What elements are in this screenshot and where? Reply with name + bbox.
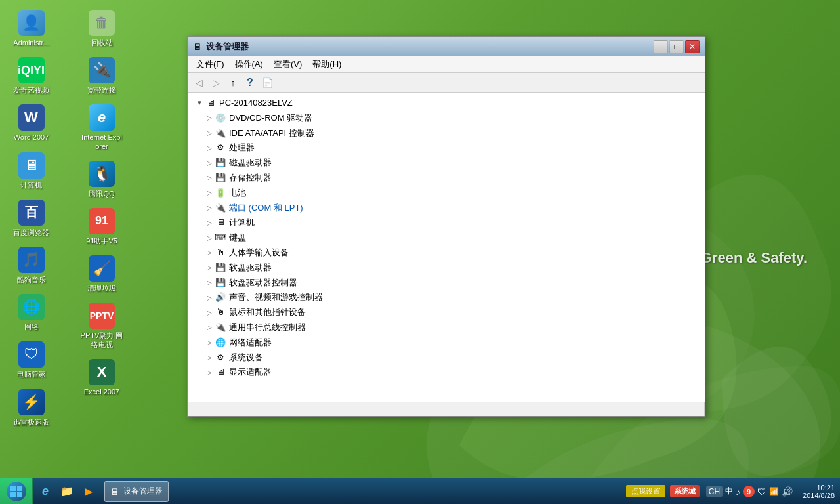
taskbar: e 📁 ▶ 🖥 设备管理器 点我设置 系统城 CH 中 ♪ 9 🛡 xyxy=(0,478,840,504)
sysdev-expand-icon: ▷ xyxy=(204,352,215,363)
tree-item-mouse[interactable]: ▷ 🖱 鼠标和其他指针设备 xyxy=(204,305,702,320)
tree-root-item[interactable]: ▼ 🖥 PC-20140823ELVZ xyxy=(194,96,702,111)
battery-expand-icon: ▷ xyxy=(204,188,215,198)
menu-view[interactable]: 查看(V) xyxy=(268,57,307,72)
system-clock[interactable]: 10:21 2014/8/28 xyxy=(797,484,840,499)
usb-label: 通用串行总线控制器 xyxy=(229,321,306,335)
notify-icon[interactable]: 9 xyxy=(743,486,755,497)
iqiyi-label: 爱奇艺视频 xyxy=(13,86,49,94)
usb-icon: 🔌 xyxy=(215,322,226,333)
cpu-expand-icon: ▷ xyxy=(204,143,215,154)
pptv-label: PPTV聚力 网络电视 xyxy=(81,331,123,348)
help-button[interactable]: ? xyxy=(242,75,258,91)
desktop-icon-thunder[interactable]: ⚡ 迅雷极速版 xyxy=(7,386,56,430)
taskbar-item-devmgr[interactable]: 🖥 设备管理器 xyxy=(104,481,169,502)
tree-item-sysdev[interactable]: ▷ ⚙ 系统设备 xyxy=(204,350,702,366)
tree-item-hid[interactable]: ▷ 🖱 人体学输入设备 xyxy=(204,245,702,261)
ide-label: IDE ATA/ATAPI 控制器 xyxy=(229,127,314,140)
computer2-label: 计算机 xyxy=(229,216,255,230)
desktop-icon-broadband[interactable]: 🔌 宽带连接 xyxy=(77,54,127,98)
floppy-ctrl-icon: 💾 xyxy=(215,277,226,289)
desktop-icon-excel[interactable]: X Excel 2007 xyxy=(77,356,127,400)
start-button[interactable] xyxy=(0,478,33,504)
tree-item-dvd[interactable]: ▷ 💿 DVD/CD-ROM 驱动器 xyxy=(204,111,702,126)
display-expand-icon: ▷ xyxy=(204,368,215,378)
tree-item-disk[interactable]: ▷ 💾 磁盘驱动器 xyxy=(204,156,702,171)
desktop-icon-qq[interactable]: 🐧 腾讯QQ xyxy=(77,158,127,201)
network-adapt-expand-icon: ▷ xyxy=(204,337,215,348)
security-icon: 🛡 xyxy=(757,486,766,497)
word-label: Word 2007 xyxy=(14,133,49,142)
up-button[interactable]: ↑ xyxy=(225,75,241,91)
quick-ie[interactable]: e xyxy=(36,482,54,501)
ime-mode-indicator[interactable]: 中 xyxy=(725,486,733,497)
dvd-icon: 💿 xyxy=(215,112,226,124)
excel-label: Excel 2007 xyxy=(84,388,119,396)
mouse-label: 鼠标和其他指针设备 xyxy=(229,306,306,320)
hid-icon: 🖱 xyxy=(215,247,226,259)
settings-promo-button[interactable]: 点我设置 xyxy=(626,485,665,497)
tree-item-battery[interactable]: ▷ 🔋 电池 xyxy=(204,186,702,201)
audio-label: 声音、视频和游戏控制器 xyxy=(229,291,323,304)
minimize-button[interactable]: ─ xyxy=(654,40,668,53)
tree-item-network[interactable]: ▷ 🌐 网络适配器 xyxy=(204,335,702,350)
desktop-icon-kugou[interactable]: 🎵 酷狗音乐 xyxy=(7,243,56,287)
hid-label: 人体学输入设备 xyxy=(229,246,289,260)
forward-button[interactable]: ▷ xyxy=(208,75,224,91)
storage-expand-icon: ▷ xyxy=(204,173,215,183)
tree-item-port[interactable]: ▷ 🔌 端口 (COM 和 LPT) xyxy=(204,201,702,216)
desktop-icon-pcmgr[interactable]: 🛡 电脑管家 xyxy=(7,338,56,382)
tree-item-audio[interactable]: ▷ 🔊 声音、视频和游戏控制器 xyxy=(204,290,702,305)
tree-item-ide[interactable]: ▷ 🔌 IDE ATA/ATAPI 控制器 xyxy=(204,126,702,141)
desktop-icon-baidu[interactable]: 百 百度浏览器 xyxy=(7,196,56,240)
properties-button[interactable]: 📄 xyxy=(259,75,275,91)
assist91-label: 91助手V5 xyxy=(86,237,117,245)
menu-action[interactable]: 操作(A) xyxy=(230,57,268,72)
desktop-icon-91[interactable]: 91 91助手V5 xyxy=(77,205,127,249)
computer-label: 计算机 xyxy=(20,181,42,190)
desktop-icon-iqiyi[interactable]: iQIYI 爱奇艺视频 xyxy=(7,54,56,98)
battery-label: 电池 xyxy=(229,186,246,200)
tree-item-keyboard[interactable]: ▷ ⌨ 键盘 xyxy=(204,230,702,245)
desktop-icon-pptv[interactable]: PPTV PPTV聚力 网络电视 xyxy=(77,299,127,352)
volume-icon[interactable]: 🔊 xyxy=(782,486,793,497)
window-titlebar[interactable]: 🖥 设备管理器 ─ □ ✕ xyxy=(188,37,705,56)
back-button[interactable]: ◁ xyxy=(191,75,207,91)
battery-icon: 🔋 xyxy=(215,187,226,199)
maximize-button[interactable]: □ xyxy=(669,40,684,53)
desktop-icon-computer[interactable]: 🖥 计算机 xyxy=(7,149,56,193)
desktop-slogan: , Green & Safety. xyxy=(693,249,807,266)
audio-icon: 🔊 xyxy=(215,292,226,304)
desktop: , Green & Safety. 👤 Administr... iQIYI 爱… xyxy=(0,0,840,504)
desktop-icon-recycle[interactable]: 🗑 回收站 xyxy=(77,7,127,51)
keyboard-icon: ⌨ xyxy=(215,232,226,244)
desktop-icon-cleanup[interactable]: 🧹 清理垃圾 xyxy=(77,252,127,296)
desktop-icon-ie[interactable]: e Internet Explorer xyxy=(77,101,127,154)
network-icon: 🌐 xyxy=(18,294,45,320)
tree-item-computer[interactable]: ▷ 🖥 计算机 xyxy=(204,215,702,230)
quick-folder[interactable]: 📁 xyxy=(58,482,76,501)
desktop-icon-admin[interactable]: 👤 Administr... xyxy=(7,7,56,51)
pcmgr-icon: 🛡 xyxy=(18,341,45,368)
ie-icon: e xyxy=(89,104,115,131)
tree-item-display[interactable]: ▷ 🖥 显示适配器 xyxy=(204,365,702,380)
hid-expand-icon: ▷ xyxy=(204,247,215,258)
root-computer-icon: 🖥 xyxy=(205,97,217,109)
tree-item-cpu[interactable]: ▷ ⚙ 处理器 xyxy=(204,140,702,156)
admin-label: Administr... xyxy=(13,39,49,47)
tree-item-usb[interactable]: ▷ 🔌 通用串行总线控制器 xyxy=(204,320,702,335)
menu-help[interactable]: 帮助(H) xyxy=(307,57,346,72)
clock-time: 10:21 xyxy=(803,484,835,492)
window-title: 设备管理器 xyxy=(206,41,654,52)
desktop-icon-word[interactable]: W Word 2007 xyxy=(7,101,56,145)
tree-item-floppy-ctrl[interactable]: ▷ 💾 软盘驱动器控制器 xyxy=(204,276,702,291)
quick-media[interactable]: ▶ xyxy=(79,482,98,501)
menu-file[interactable]: 文件(F) xyxy=(191,57,230,72)
desktop-icon-network[interactable]: 🌐 网络 xyxy=(7,291,56,335)
tree-item-storage[interactable]: ▷ 💾 存储控制器 xyxy=(204,171,702,186)
pptv-icon: PPTV xyxy=(89,303,115,329)
lang-indicator[interactable]: CH xyxy=(706,486,723,497)
tree-item-floppy[interactable]: ▷ 💾 软盘驱动器 xyxy=(204,261,702,276)
window-title-icon: 🖥 xyxy=(193,41,202,52)
close-button[interactable]: ✕ xyxy=(685,40,700,53)
